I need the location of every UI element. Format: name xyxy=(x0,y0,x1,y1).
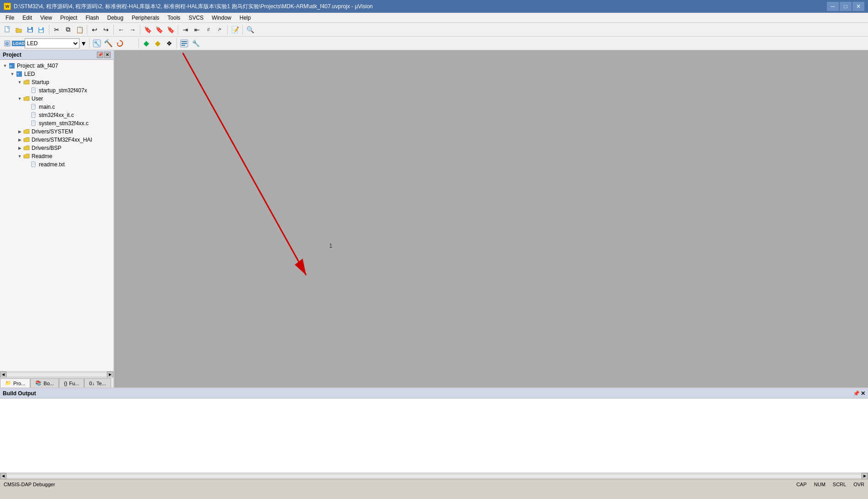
cut-button[interactable]: ✂ xyxy=(51,24,62,35)
panel-pin-button[interactable]: 📌 xyxy=(97,52,103,58)
save-all-button[interactable] xyxy=(36,24,47,35)
bookmark1-button[interactable]: 🔖 xyxy=(142,24,153,35)
build-scroll-track[interactable] xyxy=(6,474,862,478)
expander-drivers-system[interactable]: ▶ xyxy=(16,128,23,135)
wizard-button[interactable]: ⚙ xyxy=(2,38,13,49)
tree-item-root[interactable]: ▼PProject: atk_f407 xyxy=(0,62,113,70)
tree-item-stm32f4xx-it[interactable]: stm32f4xx_it.c xyxy=(0,111,113,119)
tree-item-readme-file[interactable]: readme.txt xyxy=(0,160,113,169)
sep7 xyxy=(242,25,243,35)
expander-root[interactable]: ▼ xyxy=(2,63,8,69)
expander-main-c[interactable] xyxy=(24,104,30,110)
unindent-button[interactable]: ⇤ xyxy=(192,24,202,35)
expander-startup-group[interactable]: ▼ xyxy=(16,79,23,85)
menu-item-help[interactable]: Help xyxy=(236,13,255,22)
open-file-button[interactable] xyxy=(13,24,24,35)
menu-item-peripherals[interactable]: Peripherals xyxy=(128,13,163,22)
panel-tab-books[interactable]: 📚Bo... xyxy=(30,378,59,388)
tree-item-drivers-hal[interactable]: ▶Drivers/STM32F4xx_HAI xyxy=(0,136,113,144)
download-button[interactable]: ◆ xyxy=(141,38,152,49)
panel-close-button[interactable]: ✕ xyxy=(104,52,111,58)
panel-tab-project[interactable]: 📁Pro... xyxy=(0,378,30,388)
redo-button[interactable]: ↪ xyxy=(101,24,112,35)
scroll-left-button[interactable]: ◀ xyxy=(0,372,6,378)
maximize-button[interactable]: □ xyxy=(840,2,852,11)
template-button[interactable]: 📝 xyxy=(229,24,240,35)
menu-item-view[interactable]: View xyxy=(37,13,56,22)
tree-item-system-c[interactable]: system_stm32f4xx.c xyxy=(0,119,113,127)
rebuild-button[interactable] xyxy=(114,38,125,49)
menu-item-project[interactable]: Project xyxy=(57,13,81,22)
expander-system-c[interactable] xyxy=(24,120,30,127)
tree-item-startup-file[interactable]: startup_stm32f407x xyxy=(0,86,113,95)
panel-tab-templates[interactable]: 0↓Te... xyxy=(84,378,111,388)
tools-button[interactable]: 🔧 xyxy=(190,38,201,49)
comment-button[interactable]: // xyxy=(203,24,214,35)
scroll-track[interactable] xyxy=(6,372,107,377)
expander-readme-group[interactable]: ▼ xyxy=(16,153,23,159)
build-close-button[interactable]: ✕ xyxy=(861,390,865,397)
tree-item-startup-group[interactable]: ▼Startup xyxy=(0,78,113,86)
menu-item-window[interactable]: Window xyxy=(208,13,235,22)
uncomment-button[interactable]: /* xyxy=(214,24,225,35)
scrl-indicator: SCRL xyxy=(833,482,846,487)
close-button[interactable]: ✕ xyxy=(852,2,864,11)
svg-rect-28 xyxy=(32,112,35,117)
bookmark2-button[interactable]: 🔖 xyxy=(154,24,165,35)
tree-item-user-group[interactable]: ▼User xyxy=(0,95,113,103)
bookmark3-button[interactable]: 🔖 xyxy=(165,24,176,35)
tree-item-led[interactable]: ▼TLED xyxy=(0,70,113,78)
tree-item-drivers-bsp[interactable]: ▶Drivers/BSP xyxy=(0,144,113,152)
tree-item-readme-group[interactable]: ▼Readme xyxy=(0,152,113,160)
menu-item-edit[interactable]: Edit xyxy=(19,13,36,22)
expander-drivers-bsp[interactable]: ▶ xyxy=(16,145,23,151)
expander-stm32f4xx-it[interactable] xyxy=(24,112,30,118)
save-button[interactable] xyxy=(25,24,36,35)
target-select[interactable]: LED xyxy=(25,38,80,48)
view-toggle-button[interactable] xyxy=(179,38,190,49)
editor-area[interactable]: 1 xyxy=(114,50,868,388)
menu-item-file[interactable]: File xyxy=(2,13,18,22)
build-output-content[interactable] xyxy=(0,398,868,472)
find-button[interactable]: 🔍 xyxy=(245,24,256,35)
undo-button[interactable]: ↩ xyxy=(89,24,100,35)
build-output-controls: 📌 ✕ xyxy=(853,390,865,397)
svg-rect-6 xyxy=(39,30,43,32)
svg-rect-13 xyxy=(181,41,187,42)
nav-fwd-button[interactable]: → xyxy=(127,24,138,35)
sep-tb2-2 xyxy=(138,38,139,48)
menu-item-flash[interactable]: Flash xyxy=(82,13,102,22)
tree-item-main-c[interactable]: main.c xyxy=(0,103,113,111)
tree-label-startup-file: startup_stm32f407x xyxy=(39,87,87,94)
nav-back-button[interactable]: ← xyxy=(116,24,127,35)
tree-label-drivers-hal: Drivers/STM32F4xx_HAI xyxy=(32,137,92,143)
build-pin-button[interactable]: 📌 xyxy=(853,390,860,397)
menu-item-debug[interactable]: Debug xyxy=(104,13,127,22)
menu-item-svcs[interactable]: SVCS xyxy=(185,13,208,22)
menu-item-tools[interactable]: Tools xyxy=(164,13,184,22)
cap-indicator: CAP xyxy=(796,482,807,487)
stop-build-button[interactable] xyxy=(126,38,137,49)
run-button[interactable]: ❖ xyxy=(164,38,175,49)
expander-led[interactable]: ▼ xyxy=(9,71,16,77)
build-scroll-right[interactable]: ▶ xyxy=(862,473,868,479)
expander-startup-file[interactable] xyxy=(24,87,30,94)
tree-label-drivers-bsp: Drivers/BSP xyxy=(32,145,61,151)
expander-drivers-hal[interactable]: ▶ xyxy=(16,137,23,143)
panel-tab-functions[interactable]: {}Fu... xyxy=(59,378,84,388)
build-target-button[interactable]: 🔨 xyxy=(103,38,114,49)
build-options-button[interactable]: 🔧 xyxy=(91,38,102,49)
copy-button[interactable]: ⧉ xyxy=(63,24,74,35)
build-scroll-left[interactable]: ◀ xyxy=(0,473,6,479)
tree-item-drivers-system[interactable]: ▶Drivers/SYSTEM xyxy=(0,127,113,136)
indent-button[interactable]: ⇥ xyxy=(180,24,191,35)
load-button[interactable]: LOAD xyxy=(13,38,24,49)
scroll-right-button[interactable]: ▶ xyxy=(107,372,113,378)
minimize-button[interactable]: ─ xyxy=(827,2,839,11)
dropdown-arrow[interactable]: ▼ xyxy=(80,38,87,49)
paste-button[interactable]: 📋 xyxy=(74,24,85,35)
expander-readme-file[interactable] xyxy=(24,161,30,168)
start-debug-button[interactable]: ◆ xyxy=(152,38,163,49)
new-file-button[interactable] xyxy=(2,24,13,35)
expander-user-group[interactable]: ▼ xyxy=(16,96,23,102)
